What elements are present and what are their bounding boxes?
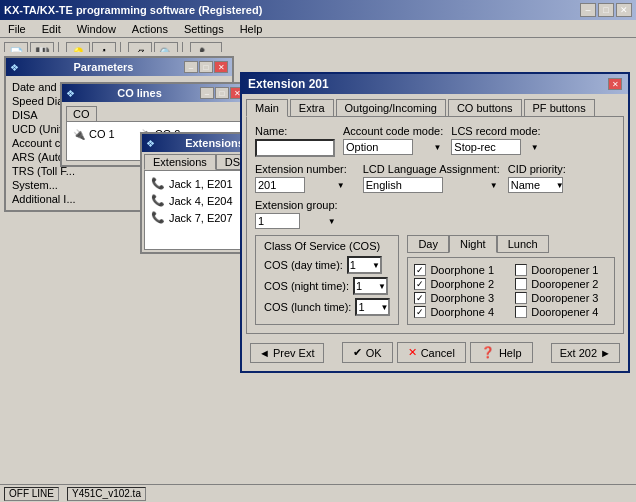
doorphone-4: ✓ Doorphone 4 — [414, 306, 507, 318]
cos-day-select[interactable]: 1 — [347, 256, 382, 274]
menu-file[interactable]: File — [4, 23, 30, 35]
cos-section: Class Of Service (COS) COS (day time): 1… — [255, 235, 399, 325]
dialog-main-content: Name: Account code mode: Option ▼ LCS re… — [246, 116, 624, 334]
ok-checkmark: ✔ — [353, 346, 362, 359]
help-label: Help — [499, 347, 522, 359]
tab-outgoing[interactable]: Outgoing/Incoming — [336, 99, 446, 117]
account-mode-arrow: ▼ — [433, 143, 441, 152]
ext-icon-1: 📞 — [151, 177, 165, 190]
params-close-btn[interactable]: ✕ — [214, 61, 228, 73]
maximize-button[interactable]: □ — [598, 3, 614, 17]
lcd-lang-select[interactable]: English — [363, 177, 443, 193]
cos-legend: Class Of Service (COS) — [264, 240, 390, 252]
cos-door-section: Class Of Service (COS) COS (day time): 1… — [255, 235, 615, 325]
minimize-button[interactable]: – — [580, 3, 596, 17]
cancel-label: Cancel — [421, 347, 455, 359]
account-mode-group: Account code mode: Option ▼ — [343, 125, 443, 155]
cos-day-row: COS (day time): 1 ▼ — [264, 256, 390, 274]
doorphone-2-checkbox[interactable]: ✓ — [414, 278, 426, 290]
cos-lunch-select[interactable]: 1 — [355, 298, 390, 316]
params-max-btn[interactable]: □ — [199, 61, 213, 73]
ext-label-3: Jack 7, E207 — [169, 212, 233, 224]
dnl-tab-night[interactable]: Night — [449, 235, 497, 253]
menu-edit[interactable]: Edit — [38, 23, 65, 35]
dooropener-4-checkbox[interactable] — [515, 306, 527, 318]
name-input[interactable] — [255, 139, 335, 157]
doorphone-3-checkbox[interactable]: ✓ — [414, 292, 426, 304]
main-area: ❖ Parameters – □ ✕ Date and time Speed D… — [0, 52, 636, 484]
ok-label: OK — [366, 347, 382, 359]
tab-extra[interactable]: Extra — [290, 99, 334, 117]
ext-number-select[interactable]: 201 — [255, 177, 305, 193]
menu-settings[interactable]: Settings — [180, 23, 228, 35]
dooropener-1: Dooropener 1 — [515, 264, 608, 276]
status-indicator: OFF LINE — [4, 487, 59, 501]
name-label: Name: — [255, 125, 335, 137]
dialog-buttons: ◄ Prev Ext ✔ OK ✕ Cancel ❓ Help Ext 202 … — [242, 338, 628, 371]
dooropener-1-checkbox[interactable] — [515, 264, 527, 276]
help-button[interactable]: ❓ Help — [470, 342, 533, 363]
lcs-mode-label: LCS record mode: — [451, 125, 540, 137]
menu-help[interactable]: Help — [236, 23, 267, 35]
ext-group-select[interactable]: 1 — [255, 213, 300, 229]
menu-window[interactable]: Window — [73, 23, 120, 35]
ext201-win-buttons: ✕ — [608, 78, 622, 90]
lcs-mode-select[interactable]: Stop-rec — [451, 139, 521, 155]
dooropener-1-label: Dooropener 1 — [531, 264, 598, 276]
menu-actions[interactable]: Actions — [128, 23, 172, 35]
doorphone-1-label: Doorphone 1 — [430, 264, 494, 276]
ext201-dialog: Extension 201 ✕ Main Extra Outgoing/Inco… — [240, 72, 630, 373]
help-icon: ❓ — [481, 346, 495, 359]
next-ext-button[interactable]: Ext 202 ► — [551, 343, 620, 363]
tab-co-buttons[interactable]: CO buttons — [448, 99, 522, 117]
cid-priority-label: CID priority: — [508, 163, 566, 175]
cos-day-label: COS (day time): — [264, 259, 343, 271]
tab-extensions[interactable]: Extensions — [144, 154, 216, 170]
dooropener-2-checkbox[interactable] — [515, 278, 527, 290]
cos-lunch-select-wrapper: 1 ▼ — [355, 298, 390, 316]
cos-lunch-label: COS (lunch time): — [264, 301, 351, 313]
dialog-tabs: Main Extra Outgoing/Incoming CO buttons … — [242, 94, 628, 116]
dooropener-3-label: Dooropener 3 — [531, 292, 598, 304]
lcd-lang-label: LCD Language Assignment: — [363, 163, 500, 175]
dooropener-4-label: Dooropener 4 — [531, 306, 598, 318]
dnl-tabs: Day Night Lunch — [407, 235, 615, 253]
dnl-area: ✓ Doorphone 1 Dooropener 1 ✓ Doorphone 2 — [407, 257, 615, 325]
cos-night-row: COS (night time): 1 ▼ — [264, 277, 390, 295]
ext-icon-3: 📞 — [151, 211, 165, 224]
doorphone-1-checkbox[interactable]: ✓ — [414, 264, 426, 276]
ext-number-group: Extension number: 201 ▼ — [255, 163, 347, 193]
title-bar: KX-TA/KX-TE programming software (Regist… — [0, 0, 636, 20]
ext201-title-bar: Extension 201 ✕ — [242, 74, 628, 94]
doorphone-4-label: Doorphone 4 — [430, 306, 494, 318]
ext201-close-btn[interactable]: ✕ — [608, 78, 622, 90]
cos-night-select[interactable]: 1 — [353, 277, 388, 295]
co-min-btn[interactable]: – — [200, 87, 214, 99]
dnl-tab-lunch[interactable]: Lunch — [497, 235, 549, 253]
cancel-button[interactable]: ✕ Cancel — [397, 342, 466, 363]
params-min-btn[interactable]: – — [184, 61, 198, 73]
doorphone-4-checkbox[interactable]: ✓ — [414, 306, 426, 318]
ext201-title: Extension 201 — [248, 77, 329, 91]
parameters-title-bar: ❖ Parameters – □ ✕ — [6, 58, 232, 76]
cid-priority-select[interactable]: Name — [508, 177, 563, 193]
tab-main[interactable]: Main — [246, 99, 288, 117]
account-mode-select-wrapper: Option ▼ — [343, 139, 443, 155]
ext-number-select-wrapper: 201 ▼ — [255, 177, 347, 193]
ext-group-group: Extension group: 1 ▼ — [255, 199, 338, 229]
dnl-tab-day[interactable]: Day — [407, 235, 449, 253]
co-win-buttons: – □ ✕ — [200, 87, 244, 99]
cos-night-select-wrapper: 1 ▼ — [353, 277, 388, 295]
ok-button[interactable]: ✔ OK — [342, 342, 393, 363]
dooropener-3-checkbox[interactable] — [515, 292, 527, 304]
account-mode-select[interactable]: Option — [343, 139, 413, 155]
cid-priority-group: CID priority: Name ▼ — [508, 163, 566, 193]
prev-ext-button[interactable]: ◄ Prev Ext — [250, 343, 324, 363]
tab-pf-buttons[interactable]: PF buttons — [524, 99, 595, 117]
doorphone-2-label: Doorphone 2 — [430, 278, 494, 290]
close-button[interactable]: ✕ — [616, 3, 632, 17]
co-max-btn[interactable]: □ — [215, 87, 229, 99]
dooropener-2-label: Dooropener 2 — [531, 278, 598, 290]
doorphone-3: ✓ Doorphone 3 — [414, 292, 507, 304]
co-tab[interactable]: CO — [66, 106, 97, 121]
